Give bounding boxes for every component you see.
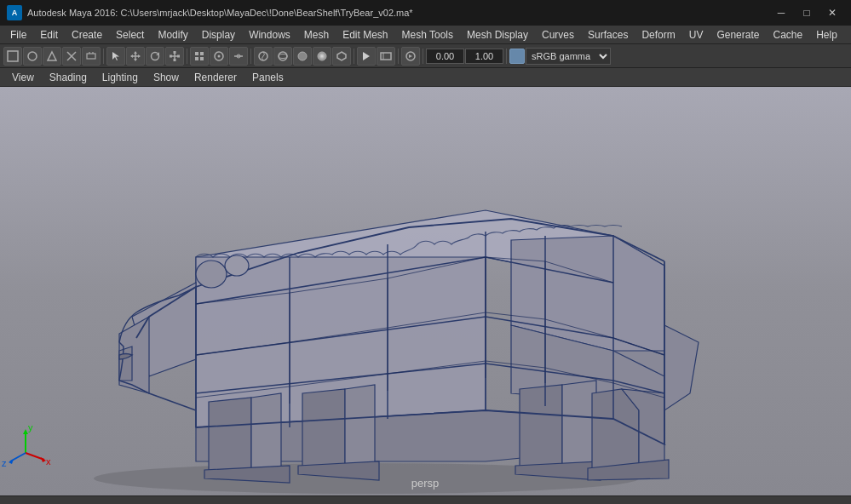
title-text: Autodesk Maya 2016: C:\Users\mrjack\Desk… [27,8,769,18]
svg-marker-13 [138,54,141,58]
panels-menu[interactable]: Panels [245,70,290,85]
menu-modify[interactable]: Modify [151,27,194,43]
svg-marker-34 [363,52,370,60]
show-menu[interactable]: Show [147,70,186,85]
separator-7 [506,49,507,64]
display-btn-4[interactable] [313,47,331,66]
svg-rect-18 [174,59,176,61]
transform-group [106,47,184,66]
menu-help[interactable]: Help [809,27,844,43]
select-tool-btn[interactable] [106,47,125,66]
svg-point-1 [28,52,37,60]
main-toolbar: sRGB gamma Linear Raw [0,44,851,68]
separator-4 [354,49,354,64]
snap-group [190,47,248,66]
tool-btn-5[interactable] [82,47,101,66]
value2-input[interactable] [465,49,503,64]
svg-marker-11 [134,59,137,61]
svg-marker-12 [130,54,133,58]
display-btn-5[interactable] [332,47,351,66]
move-tool-btn[interactable] [126,47,145,66]
svg-point-32 [298,52,307,60]
minimize-button[interactable]: ─ [769,4,793,21]
menu-mesh-tools[interactable]: Mesh Tools [395,27,460,43]
svg-point-14 [152,52,159,60]
view-menu[interactable]: View [5,70,41,85]
svg-rect-35 [381,53,391,60]
svg-rect-23 [195,57,198,60]
snap-btn-1[interactable] [190,47,209,66]
tool-btn-4[interactable] [62,47,81,66]
tool-icons-group [3,47,101,66]
value1-input[interactable] [426,49,464,64]
menu-windows[interactable]: Windows [242,27,297,43]
display-btn-1[interactable] [254,47,273,66]
playback-btn-1[interactable] [401,47,420,66]
snap-btn-2[interactable] [210,47,228,66]
separator-3 [250,49,251,64]
separator-6 [423,49,423,64]
menu-surfaces[interactable]: Surfaces [581,27,635,43]
svg-rect-19 [170,54,172,57]
svg-rect-22 [200,52,204,55]
tool-btn-1[interactable] [3,47,22,66]
colorspace-select[interactable]: sRGB gamma Linear Raw [526,48,611,65]
menu-bar: File Edit Create Select Modify Display W… [0,26,851,44]
svg-text:y: y [28,422,33,432]
svg-text:x: x [46,456,51,467]
shading-menu[interactable]: Shading [43,70,94,85]
render-btn-1[interactable] [357,47,376,66]
menu-select[interactable]: Select [109,27,151,43]
colorspace-group: sRGB gamma Linear Raw [509,48,611,65]
separator-5 [398,49,399,64]
menu-create[interactable]: Create [65,27,109,43]
display-btn-3[interactable] [293,47,312,66]
display-btn-2[interactable] [273,47,292,66]
svg-marker-47 [209,398,251,474]
renderer-menu[interactable]: Renderer [187,70,244,85]
svg-marker-50 [302,389,345,470]
render-btn-2[interactable] [377,47,395,66]
viewport-toolbar: View Shading Lighting Show Renderer Pane… [0,68,851,87]
svg-rect-21 [195,52,198,55]
app-icon: A [7,5,22,20]
svg-rect-24 [200,57,204,60]
title-bar: A Autodesk Maya 2016: C:\Users\mrjack\De… [0,0,851,26]
rotate-tool-btn[interactable] [146,47,164,66]
svg-marker-55 [520,385,562,470]
menu-display[interactable]: Display [195,27,242,43]
svg-text:z: z [2,458,7,468]
svg-marker-51 [345,385,375,466]
svg-point-31 [279,54,287,58]
menu-mesh-display[interactable]: Mesh Display [460,27,535,43]
menu-uv[interactable]: UV [682,27,710,43]
svg-rect-5 [87,54,95,59]
svg-point-68 [225,255,249,276]
maximize-button[interactable]: □ [795,4,819,21]
menu-deform[interactable]: Deform [635,27,681,43]
scale-tool-btn[interactable] [165,47,184,66]
svg-marker-10 [134,51,137,54]
lighting-menu[interactable]: Lighting [95,70,145,85]
svg-marker-56 [562,381,596,466]
numeric-group [426,49,503,64]
menu-cache[interactable]: Cache [766,27,809,43]
close-button[interactable]: ✕ [820,4,844,21]
menu-curves[interactable]: Curves [535,27,581,43]
viewport[interactable]: y x z persp [0,87,851,495]
menu-edit[interactable]: Edit [33,27,65,43]
tool-btn-2[interactable] [23,47,42,66]
svg-point-67 [196,261,227,288]
tool-btn-3[interactable] [43,47,61,66]
svg-text:persp: persp [411,477,440,490]
svg-marker-46 [119,346,132,381]
svg-point-26 [218,54,221,57]
snap-btn-3[interactable] [229,47,248,66]
svg-point-33 [318,52,326,60]
menu-edit-mesh[interactable]: Edit Mesh [336,27,394,43]
separator-2 [187,49,187,64]
menu-file[interactable]: File [3,27,33,43]
render-group [357,47,395,66]
menu-generate[interactable]: Generate [710,27,766,43]
menu-mesh[interactable]: Mesh [297,27,336,43]
